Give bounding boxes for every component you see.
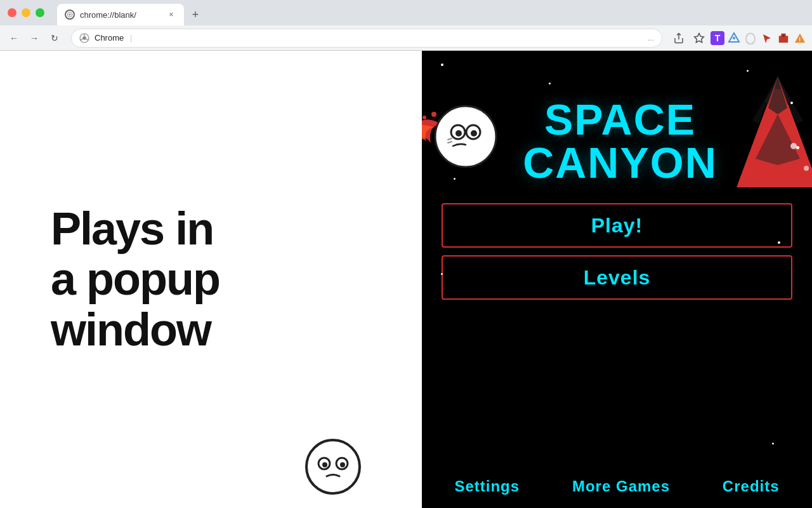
tab-favicon bbox=[65, 10, 75, 20]
svg-point-26 bbox=[435, 106, 496, 167]
svg-point-17 bbox=[306, 440, 360, 493]
address-extra: ... bbox=[648, 34, 654, 43]
heading-line2: a popup bbox=[51, 254, 371, 304]
active-tab[interactable]: chrome://blank/ × bbox=[57, 4, 184, 25]
svg-point-24 bbox=[422, 116, 426, 119]
game-title-line1: SPACE bbox=[523, 98, 717, 141]
levels-button[interactable]: Levels bbox=[442, 255, 793, 300]
left-panel: Plays in a popup window bbox=[0, 51, 422, 508]
svg-point-34 bbox=[804, 166, 809, 171]
svg-point-20 bbox=[322, 462, 327, 467]
svg-point-21 bbox=[340, 462, 345, 467]
svg-line-6 bbox=[81, 38, 83, 39]
bookmark-button[interactable] bbox=[690, 29, 708, 47]
svg-point-1 bbox=[69, 13, 70, 15]
ext-blue-triangle-icon[interactable] bbox=[727, 31, 741, 45]
game-buttons: Play! Levels bbox=[442, 203, 793, 300]
game-header: SPACE CANYON bbox=[422, 51, 812, 190]
tab-bar: chrome://blank/ × + bbox=[52, 0, 812, 25]
svg-marker-8 bbox=[695, 33, 704, 42]
game-panel: SPACE CANYON bbox=[422, 51, 812, 508]
address-bar[interactable]: Chrome | ... bbox=[71, 29, 662, 48]
settings-nav-item[interactable]: Settings bbox=[454, 478, 520, 495]
svg-point-30 bbox=[471, 130, 477, 137]
cone-figure bbox=[730, 70, 812, 184]
chrome-window: chrome://blank/ × + ← → ↻ Chrome | ... bbox=[0, 0, 812, 508]
main-content: Plays in a popup window bbox=[0, 51, 812, 508]
new-tab-button[interactable]: + bbox=[187, 6, 204, 23]
credits-nav-item[interactable]: Credits bbox=[723, 478, 780, 495]
heading-line3: window bbox=[51, 305, 371, 355]
reload-button[interactable]: ↻ bbox=[46, 29, 63, 47]
address-bar-favicon bbox=[79, 33, 89, 43]
ext-arrow-icon[interactable] bbox=[760, 31, 774, 45]
ext-warning-icon[interactable]: ! bbox=[793, 31, 807, 45]
svg-point-3 bbox=[82, 36, 86, 40]
game-bottom-nav: Settings More Games Credits bbox=[422, 465, 812, 508]
heading-line1: Plays in bbox=[51, 204, 371, 254]
ext-red-pixel-icon[interactable] bbox=[776, 31, 790, 45]
svg-point-11 bbox=[746, 33, 755, 44]
address-text: Chrome | bbox=[95, 33, 643, 43]
svg-text:!: ! bbox=[799, 36, 801, 43]
tab-title: chrome://blank/ bbox=[80, 10, 161, 20]
back-button[interactable]: ← bbox=[5, 29, 23, 47]
forward-button[interactable]: → bbox=[25, 29, 43, 47]
left-panel-heading: Plays in a popup window bbox=[51, 204, 371, 355]
minimize-button[interactable] bbox=[22, 8, 30, 17]
character-figure bbox=[295, 432, 371, 508]
svg-rect-14 bbox=[782, 34, 785, 37]
tab-close-button[interactable]: × bbox=[166, 10, 176, 20]
more-games-nav-item[interactable]: More Games bbox=[572, 478, 670, 495]
comet-character bbox=[422, 83, 510, 184]
game-title-line2: CANYON bbox=[523, 141, 717, 184]
svg-line-5 bbox=[86, 38, 88, 39]
svg-point-29 bbox=[455, 130, 462, 137]
game-title: SPACE CANYON bbox=[523, 98, 717, 184]
toolbar: ← → ↻ Chrome | ... bbox=[0, 25, 812, 51]
svg-point-10 bbox=[733, 37, 735, 39]
play-button[interactable]: Play! bbox=[442, 203, 793, 248]
close-button[interactable] bbox=[8, 8, 16, 17]
ext-purple-icon[interactable]: T bbox=[710, 31, 724, 45]
toolbar-label: Chrome bbox=[95, 33, 124, 43]
svg-point-25 bbox=[431, 112, 436, 117]
maximize-button[interactable] bbox=[36, 8, 44, 17]
traffic-lights bbox=[0, 3, 52, 22]
share-button[interactable] bbox=[670, 29, 688, 47]
ext-egg-icon[interactable] bbox=[743, 31, 757, 45]
